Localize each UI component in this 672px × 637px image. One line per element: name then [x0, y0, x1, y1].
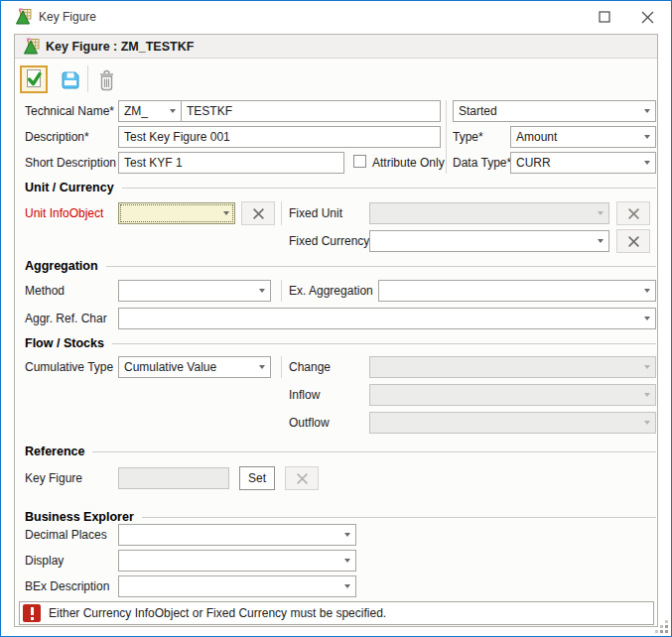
data-type-dropdown[interactable]: CURR [510, 152, 656, 174]
description-label: Description* [25, 130, 89, 144]
section-reference: Reference [25, 444, 656, 459]
status-dropdown[interactable]: Started [453, 100, 656, 122]
fixed-unit-label: Fixed Unit [289, 206, 342, 220]
toolbar-separator [87, 65, 88, 92]
column-divider [281, 356, 282, 378]
key-figure-window: Key Figure Key Figure : ZM_TESTKF [0, 0, 672, 637]
maximize-icon [599, 11, 610, 23]
type-label: Type* [453, 130, 483, 144]
display-label: Display [25, 554, 64, 568]
delete-trash-icon [97, 69, 116, 91]
fixed-currency-label: Fixed Currency [289, 234, 369, 248]
unit-infoobject-dropdown[interactable] [118, 202, 235, 224]
key-figure-icon [23, 38, 40, 58]
data-type-label: Data Type* [453, 156, 511, 170]
section-aggregation: Aggregation [25, 258, 656, 274]
set-button[interactable]: Set [239, 466, 275, 490]
chevron-down-icon [638, 281, 655, 301]
clear-x-icon [296, 472, 309, 485]
panel-header: Key Figure : ZM_TESTKF [15, 35, 657, 59]
window-title: Key Figure [39, 10, 96, 24]
clear-x-icon [252, 207, 265, 220]
ex-aggregation-label: Ex. Aggregation [289, 284, 373, 298]
fixed-unit-dropdown [369, 202, 609, 224]
fixed-currency-dropdown[interactable] [369, 230, 609, 252]
decimal-places-label: Decimal Places [25, 528, 107, 542]
chevron-down-icon [638, 101, 655, 121]
save-button[interactable] [59, 69, 82, 91]
key-figure-input [118, 467, 229, 489]
validation-message-bar: Either Currency InfoObject or Fixed Curr… [19, 601, 654, 625]
outflow-label: Outflow [289, 416, 330, 430]
chevron-down-icon [638, 357, 655, 377]
chevron-down-icon [592, 231, 608, 251]
clear-fixed-unit-button[interactable] [616, 201, 650, 225]
validation-message-text: Either Currency InfoObject or Fixed Curr… [49, 606, 386, 620]
decimal-places-dropdown[interactable] [118, 524, 356, 546]
clear-x-icon [627, 235, 640, 248]
chevron-down-icon [638, 385, 655, 405]
cumulative-type-dropdown[interactable]: Cumulative Value [118, 356, 271, 378]
type-dropdown[interactable]: Amount [510, 126, 656, 148]
key-figure-label: Key Figure [25, 471, 82, 485]
clear-unit-infoobject-button[interactable] [241, 201, 275, 225]
title-bar: Key Figure [1, 1, 671, 33]
chevron-down-icon [638, 309, 655, 328]
column-divider [281, 201, 282, 225]
technical-name-prefix-dropdown[interactable]: ZM_ [118, 100, 182, 122]
chevron-down-icon [217, 203, 234, 223]
chevron-down-icon [638, 413, 655, 433]
method-label: Method [25, 284, 65, 298]
change-dropdown [369, 356, 656, 378]
section-unit-currency: Unit / Currency [25, 180, 656, 195]
method-dropdown[interactable] [118, 280, 271, 302]
chevron-down-icon [638, 153, 655, 173]
attribute-only-checkbox[interactable] [353, 155, 366, 168]
aggr-ref-char-label: Aggr. Ref. Char [25, 312, 107, 325]
error-exclamation-icon [23, 604, 41, 622]
chevron-down-icon [338, 525, 355, 545]
clear-key-figure-button [285, 466, 319, 490]
close-button[interactable] [634, 3, 660, 31]
description-input[interactable] [118, 126, 441, 148]
activate-button[interactable] [20, 65, 48, 93]
short-description-input[interactable] [118, 152, 344, 174]
clear-x-icon [627, 207, 640, 220]
inflow-label: Inflow [289, 388, 320, 402]
outflow-dropdown [369, 412, 656, 434]
chevron-down-icon [338, 576, 355, 596]
technical-name-label: Technical Name* [25, 104, 114, 118]
chevron-down-icon [592, 203, 608, 223]
close-icon [641, 11, 654, 24]
ex-aggregation-dropdown[interactable] [378, 280, 656, 302]
column-divider [446, 100, 447, 174]
chevron-down-icon [253, 357, 270, 377]
short-description-label: Short Description [25, 156, 116, 170]
clear-fixed-currency-button[interactable] [616, 229, 650, 253]
resize-grip[interactable] [656, 621, 668, 633]
unit-infoobject-label: Unit InfoObject [25, 206, 103, 220]
save-icon [60, 69, 81, 91]
section-business-explorer: Business Explorer [25, 509, 656, 525]
chevron-down-icon [253, 281, 270, 301]
maximize-button[interactable] [592, 3, 617, 31]
chevron-down-icon [164, 101, 181, 121]
technical-name-input[interactable] [181, 100, 441, 122]
display-dropdown[interactable] [118, 550, 356, 572]
bex-description-dropdown[interactable] [118, 575, 356, 597]
key-figure-icon [15, 8, 32, 25]
key-figure-panel: Key Figure : ZM_TESTKF [14, 34, 658, 627]
section-flow-stocks: Flow / Stocks [25, 335, 656, 351]
attribute-only-label: Attribute Only [372, 156, 445, 170]
delete-button[interactable] [94, 67, 118, 93]
aggr-ref-char-dropdown[interactable] [118, 308, 656, 329]
cumulative-type-label: Cumulative Type [25, 360, 113, 374]
chevron-down-icon [338, 551, 355, 571]
inflow-dropdown [369, 384, 656, 406]
chevron-down-icon [638, 127, 655, 147]
activate-check-icon [24, 68, 45, 90]
change-label: Change [289, 360, 331, 374]
panel-title: Key Figure : ZM_TESTKF [46, 40, 194, 54]
column-divider [281, 280, 282, 302]
bex-description-label: BEx Description [25, 579, 109, 593]
